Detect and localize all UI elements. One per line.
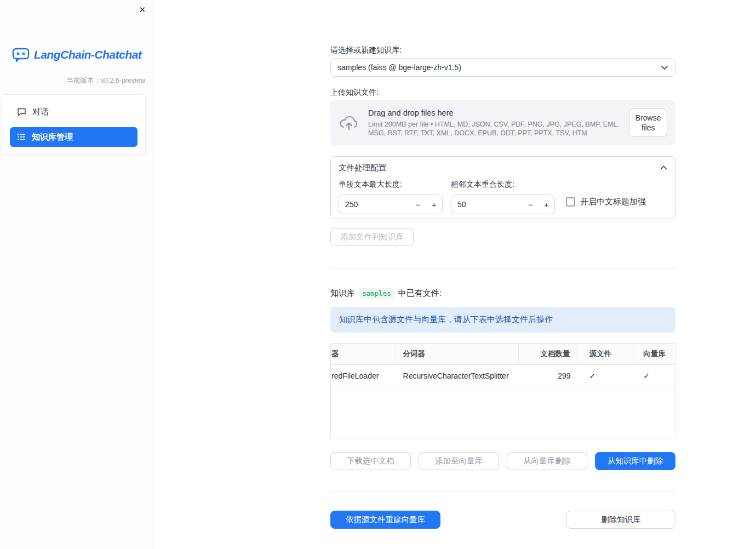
zh-title-enhance-label: 开启中文标题加强: [580, 197, 646, 207]
table-header-row: 器 分词器 文档数量 源文件 向量库: [331, 344, 675, 365]
overlap-size-group: 相邻文本重合长度: 50 − +: [451, 179, 555, 214]
chunk-size-value: 250: [339, 200, 410, 209]
rebuild-vectorstore-button[interactable]: 依据源文件重建向量库: [330, 511, 440, 529]
browse-files-button[interactable]: Browse files: [629, 108, 667, 137]
sidebar-item-dialogue[interactable]: 对话: [10, 102, 138, 122]
cell-vector-check: ✓: [633, 365, 675, 387]
column-header-doc-count[interactable]: 文档数量: [519, 344, 576, 364]
version-caption: 当前版本：v0.2.6-preview: [66, 76, 145, 85]
overlap-size-label: 相邻文本重合长度:: [451, 180, 555, 190]
cell-splitter: RecursiveCharacterTextSplitter: [394, 365, 519, 387]
info-alert: 知识库中包含源文件与向量库，请从下表中选择文件后操作: [330, 307, 675, 333]
kb-files-prefix: 知识库: [330, 288, 355, 299]
file-dropzone[interactable]: Drag and drop files here Limit 200MB per…: [330, 100, 675, 145]
kb-select-value: samples (faiss @ bge-large-zh-v1.5): [337, 63, 661, 72]
kb-select-label: 请选择或新建知识库:: [330, 45, 675, 55]
add-to-vectorstore-button[interactable]: 添加至向量库: [419, 452, 499, 470]
info-alert-text: 知识库中包含源文件与向量库，请从下表中选择文件后操作: [339, 314, 553, 325]
column-header-splitter[interactable]: 分词器: [394, 344, 519, 364]
delete-from-kb-button[interactable]: 从知识库中删除: [595, 452, 675, 470]
zh-title-enhance-option: 开启中文标题加强: [566, 197, 646, 207]
expander-title: 文件处理配置: [339, 163, 660, 173]
kb-files-suffix: 中已有文件:: [398, 288, 442, 299]
delete-from-vectorstore-button[interactable]: 从向量库删除: [507, 452, 587, 470]
file-action-buttons: 下载选中文档 添加至向量库 从向量库删除 从知识库中删除: [330, 452, 675, 470]
add-files-to-kb-button[interactable]: 添加文件到知识库: [330, 228, 414, 246]
app-title: LangChain-Chatchat: [34, 48, 141, 61]
sidebar: ✕ LangChain-Chatchat 当前版本：v0.2.6-preview…: [0, 0, 153, 549]
file-config-expander: 文件处理配置 单段文本最大长度: 250 − + 相邻文: [330, 156, 675, 219]
cloud-upload-icon: [339, 115, 359, 131]
app-logo: LangChain-Chatchat: [0, 47, 153, 62]
table-row[interactable]: redFileLoader RecursiveCharacterTextSpli…: [331, 365, 675, 387]
logo-chat-icon: [12, 47, 30, 62]
cell-source-check: ✓: [576, 365, 634, 387]
column-header-source-file[interactable]: 源文件: [576, 344, 634, 364]
column-header-loader[interactable]: 器: [331, 344, 394, 364]
kb-name-code: samples: [359, 288, 394, 299]
sidebar-menu: 对话 知识库管理: [2, 94, 146, 155]
sidebar-item-knowledge-base[interactable]: 知识库管理: [10, 127, 138, 147]
list-icon: [17, 133, 26, 141]
chevron-up-icon: [660, 165, 667, 170]
upload-label: 上传知识文件:: [330, 87, 675, 97]
chunk-size-input[interactable]: 250 − +: [339, 195, 443, 214]
main-content: 请选择或新建知识库: samples (faiss @ bge-large-zh…: [153, 0, 756, 549]
step-up-button[interactable]: +: [426, 200, 442, 209]
chunk-size-label: 单段文本最大长度:: [339, 180, 443, 190]
kb-files-heading: 知识库 samples 中已有文件:: [330, 288, 675, 299]
sidebar-close-icon[interactable]: ✕: [139, 4, 146, 15]
sidebar-item-label: 知识库管理: [32, 132, 73, 142]
download-selected-button[interactable]: 下载选中文档: [330, 452, 411, 470]
cell-doc-count: 299: [519, 365, 576, 387]
step-down-button[interactable]: −: [410, 200, 426, 209]
chevron-down-icon: [661, 65, 668, 70]
divider: [330, 491, 675, 491]
kb-footer-buttons: 依据源文件重建向量库 删除知识库: [330, 511, 675, 529]
cell-loader: redFileLoader: [331, 365, 394, 387]
zh-title-enhance-checkbox[interactable]: [566, 197, 575, 207]
column-header-vector-store[interactable]: 向量库: [633, 344, 675, 364]
sidebar-item-label: 对话: [32, 107, 49, 117]
kb-files-table[interactable]: 器 分词器 文档数量 源文件 向量库 redFileLoader Recursi…: [330, 343, 675, 438]
dropzone-title: Drag and drop files here: [368, 108, 629, 117]
kb-select[interactable]: samples (faiss @ bge-large-zh-v1.5): [330, 58, 675, 77]
step-down-button[interactable]: −: [523, 200, 539, 209]
chat-bubble-icon: [17, 107, 26, 116]
dropzone-limits: Limit 200MB per file • HTML, MD, JSON, C…: [368, 120, 629, 138]
overlap-size-value: 50: [451, 200, 523, 209]
overlap-size-input[interactable]: 50 − +: [451, 195, 555, 214]
step-up-button[interactable]: +: [539, 200, 554, 209]
delete-kb-button[interactable]: 删除知识库: [566, 511, 675, 529]
divider: [330, 268, 675, 269]
chunk-size-group: 单段文本最大长度: 250 − +: [339, 179, 443, 214]
dropzone-text: Drag and drop files here Limit 200MB per…: [368, 108, 629, 138]
expander-header[interactable]: 文件处理配置: [331, 157, 675, 179]
